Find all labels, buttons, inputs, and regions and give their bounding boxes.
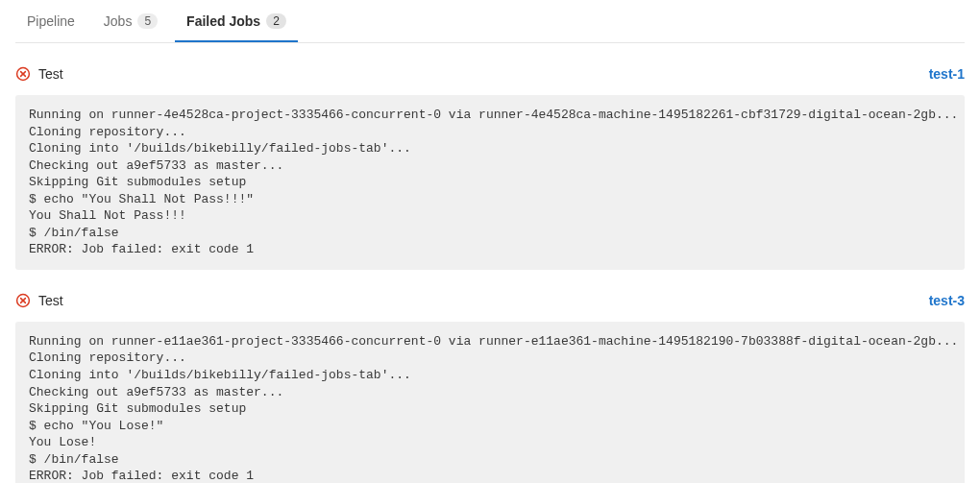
- job-header-left: Test: [15, 66, 63, 82]
- job-header: Test test-3: [15, 293, 965, 308]
- tabs-bar: Pipeline Jobs 5 Failed Jobs 2: [15, 0, 965, 43]
- failed-jobs-list: Test test-1 Running on runner-4e4528ca-p…: [15, 66, 965, 483]
- job-name-link[interactable]: test-1: [929, 66, 965, 82]
- stage-name: Test: [38, 66, 63, 82]
- tab-label: Jobs: [104, 13, 133, 29]
- job-header-left: Test: [15, 293, 63, 308]
- job-log: Running on runner-e11ae361-project-33354…: [15, 322, 965, 483]
- tab-pipeline[interactable]: Pipeline: [15, 4, 86, 42]
- failed-icon: [15, 293, 31, 308]
- tab-badge: 2: [266, 13, 286, 29]
- stage-name: Test: [38, 293, 63, 308]
- job-header: Test test-1: [15, 66, 965, 82]
- job-name-link[interactable]: test-3: [929, 293, 965, 308]
- job-log: Running on runner-4e4528ca-project-33354…: [15, 95, 965, 270]
- tab-label: Failed Jobs: [186, 13, 260, 29]
- failed-icon: [15, 66, 31, 82]
- tab-jobs[interactable]: Jobs 5: [92, 4, 169, 42]
- tab-label: Pipeline: [27, 13, 75, 29]
- tab-failed-jobs[interactable]: Failed Jobs 2: [175, 4, 298, 42]
- tab-badge: 5: [137, 13, 158, 29]
- failed-job: Test test-3 Running on runner-e11ae361-p…: [15, 293, 965, 483]
- failed-job: Test test-1 Running on runner-4e4528ca-p…: [15, 66, 965, 270]
